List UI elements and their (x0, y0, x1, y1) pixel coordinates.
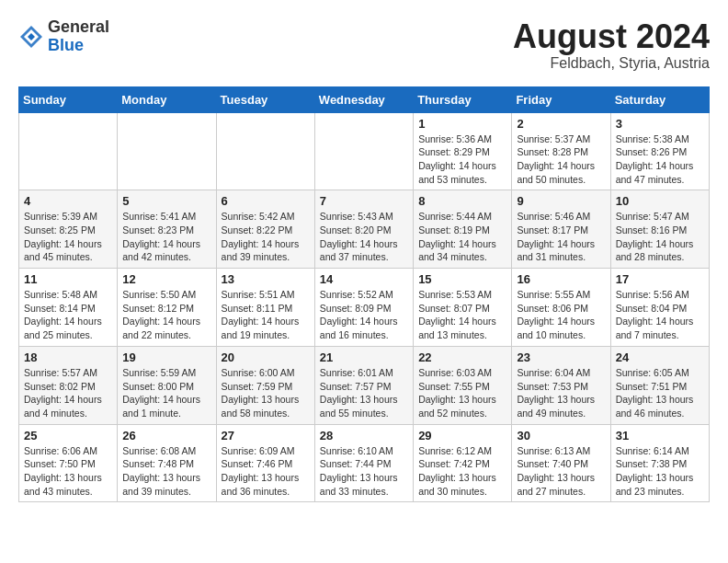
calendar-cell: 11Sunrise: 5:48 AMSunset: 8:14 PMDayligh… (19, 269, 118, 347)
logo-icon (18, 24, 44, 50)
day-number: 16 (517, 272, 605, 286)
calendar-cell: 26Sunrise: 6:08 AMSunset: 7:48 PMDayligh… (118, 424, 216, 502)
title-block: August 2024 Feldbach, Styria, Austria (513, 18, 710, 72)
day-info: Sunrise: 6:00 AMSunset: 7:59 PMDaylight:… (222, 366, 310, 420)
calendar-cell: 14Sunrise: 5:52 AMSunset: 8:09 PMDayligh… (314, 269, 413, 347)
calendar-cell: 6Sunrise: 5:42 AMSunset: 8:22 PMDaylight… (216, 190, 314, 269)
day-info: Sunrise: 5:42 AMSunset: 8:22 PMDaylight:… (222, 210, 310, 264)
calendar-cell: 29Sunrise: 6:12 AMSunset: 7:42 PMDayligh… (414, 424, 512, 502)
day-number: 23 (517, 350, 605, 364)
day-number: 14 (320, 272, 408, 286)
calendar-cell: 12Sunrise: 5:50 AMSunset: 8:12 PMDayligh… (118, 269, 216, 347)
calendar-cell: 4Sunrise: 5:39 AMSunset: 8:25 PMDaylight… (19, 190, 118, 269)
day-number: 24 (616, 350, 704, 364)
calendar-cell: 27Sunrise: 6:09 AMSunset: 7:46 PMDayligh… (216, 424, 314, 502)
day-info: Sunrise: 5:47 AMSunset: 8:16 PMDaylight:… (616, 210, 704, 264)
calendar-cell: 10Sunrise: 5:47 AMSunset: 8:16 PMDayligh… (610, 190, 709, 269)
calendar-cell: 20Sunrise: 6:00 AMSunset: 7:59 PMDayligh… (216, 346, 314, 424)
day-number: 11 (24, 272, 112, 286)
day-info: Sunrise: 5:41 AMSunset: 8:23 PMDaylight:… (122, 210, 210, 264)
calendar-cell (314, 112, 413, 190)
calendar-cell: 13Sunrise: 5:51 AMSunset: 8:11 PMDayligh… (216, 269, 314, 347)
day-info: Sunrise: 6:01 AMSunset: 7:57 PMDaylight:… (320, 366, 408, 420)
calendar-week-3: 11Sunrise: 5:48 AMSunset: 8:14 PMDayligh… (19, 269, 710, 347)
day-number: 17 (616, 272, 704, 286)
calendar-cell (19, 112, 118, 190)
day-number: 1 (418, 117, 506, 131)
calendar-cell (216, 112, 314, 190)
weekday-header-monday: Monday (118, 86, 216, 112)
calendar-week-5: 25Sunrise: 6:06 AMSunset: 7:50 PMDayligh… (19, 424, 710, 502)
day-info: Sunrise: 5:59 AMSunset: 8:00 PMDaylight:… (122, 366, 210, 420)
day-number: 12 (122, 272, 210, 286)
day-number: 7 (320, 194, 408, 208)
calendar-cell (118, 112, 216, 190)
calendar-body: 1Sunrise: 5:36 AMSunset: 8:29 PMDaylight… (19, 112, 710, 502)
day-info: Sunrise: 6:10 AMSunset: 7:44 PMDaylight:… (320, 444, 408, 499)
day-info: Sunrise: 5:53 AMSunset: 8:07 PMDaylight:… (418, 288, 506, 342)
day-info: Sunrise: 6:13 AMSunset: 7:40 PMDaylight:… (517, 444, 605, 499)
logo: General Blue (18, 18, 109, 55)
location-text: Feldbach, Styria, Austria (513, 55, 710, 72)
day-info: Sunrise: 5:48 AMSunset: 8:14 PMDaylight:… (24, 288, 112, 342)
day-number: 30 (517, 429, 605, 442)
calendar-table: SundayMondayTuesdayWednesdayThursdayFrid… (18, 86, 710, 503)
day-info: Sunrise: 6:04 AMSunset: 7:53 PMDaylight:… (517, 366, 605, 420)
day-number: 26 (122, 429, 210, 442)
calendar-cell: 31Sunrise: 6:14 AMSunset: 7:38 PMDayligh… (610, 424, 709, 502)
day-info: Sunrise: 5:55 AMSunset: 8:06 PMDaylight:… (517, 288, 605, 342)
day-number: 20 (222, 350, 310, 364)
calendar-cell: 8Sunrise: 5:44 AMSunset: 8:19 PMDaylight… (414, 190, 512, 269)
day-info: Sunrise: 5:39 AMSunset: 8:25 PMDaylight:… (24, 210, 112, 264)
logo-blue-text: Blue (48, 37, 109, 55)
weekday-header-wednesday: Wednesday (314, 86, 413, 112)
day-info: Sunrise: 5:38 AMSunset: 8:26 PMDaylight:… (616, 132, 704, 187)
day-number: 13 (222, 272, 310, 286)
calendar-week-1: 1Sunrise: 5:36 AMSunset: 8:29 PMDaylight… (19, 112, 710, 190)
day-number: 2 (517, 117, 605, 131)
day-number: 3 (616, 117, 704, 131)
calendar-cell: 23Sunrise: 6:04 AMSunset: 7:53 PMDayligh… (512, 346, 610, 424)
day-info: Sunrise: 5:56 AMSunset: 8:04 PMDaylight:… (616, 288, 704, 342)
calendar-cell: 5Sunrise: 5:41 AMSunset: 8:23 PMDaylight… (118, 190, 216, 269)
day-info: Sunrise: 6:12 AMSunset: 7:42 PMDaylight:… (418, 444, 506, 499)
calendar-header: SundayMondayTuesdayWednesdayThursdayFrid… (19, 86, 710, 112)
day-number: 6 (222, 194, 310, 208)
day-number: 19 (122, 350, 210, 364)
day-number: 15 (418, 272, 506, 286)
calendar-cell: 7Sunrise: 5:43 AMSunset: 8:20 PMDaylight… (314, 190, 413, 269)
day-number: 5 (122, 194, 210, 208)
weekday-header-friday: Friday (512, 86, 610, 112)
day-number: 18 (24, 350, 112, 364)
calendar-cell: 3Sunrise: 5:38 AMSunset: 8:26 PMDaylight… (610, 112, 709, 190)
day-info: Sunrise: 6:05 AMSunset: 7:51 PMDaylight:… (616, 366, 704, 420)
day-info: Sunrise: 5:52 AMSunset: 8:09 PMDaylight:… (320, 288, 408, 342)
calendar-cell: 30Sunrise: 6:13 AMSunset: 7:40 PMDayligh… (512, 424, 610, 502)
day-info: Sunrise: 5:44 AMSunset: 8:19 PMDaylight:… (418, 210, 506, 264)
page-header: General Blue August 2024 Feldbach, Styri… (18, 18, 710, 72)
calendar-cell: 16Sunrise: 5:55 AMSunset: 8:06 PMDayligh… (512, 269, 610, 347)
weekday-header-thursday: Thursday (414, 86, 512, 112)
day-info: Sunrise: 6:03 AMSunset: 7:55 PMDaylight:… (418, 366, 506, 420)
day-number: 29 (418, 429, 506, 442)
day-info: Sunrise: 6:08 AMSunset: 7:48 PMDaylight:… (122, 444, 210, 499)
weekday-header-saturday: Saturday (610, 86, 709, 112)
calendar-cell: 18Sunrise: 5:57 AMSunset: 8:02 PMDayligh… (19, 346, 118, 424)
day-number: 22 (418, 350, 506, 364)
weekday-header-row: SundayMondayTuesdayWednesdayThursdayFrid… (19, 86, 710, 112)
day-number: 31 (616, 429, 704, 442)
day-info: Sunrise: 5:51 AMSunset: 8:11 PMDaylight:… (222, 288, 310, 342)
day-number: 25 (24, 429, 112, 442)
weekday-header-tuesday: Tuesday (216, 86, 314, 112)
day-info: Sunrise: 5:46 AMSunset: 8:17 PMDaylight:… (517, 210, 605, 264)
month-title: August 2024 (513, 18, 710, 55)
calendar-cell: 19Sunrise: 5:59 AMSunset: 8:00 PMDayligh… (118, 346, 216, 424)
calendar-week-4: 18Sunrise: 5:57 AMSunset: 8:02 PMDayligh… (19, 346, 710, 424)
calendar-cell: 24Sunrise: 6:05 AMSunset: 7:51 PMDayligh… (610, 346, 709, 424)
day-info: Sunrise: 5:36 AMSunset: 8:29 PMDaylight:… (418, 132, 506, 187)
day-number: 4 (24, 194, 112, 208)
day-info: Sunrise: 6:14 AMSunset: 7:38 PMDaylight:… (616, 444, 704, 499)
calendar-cell: 2Sunrise: 5:37 AMSunset: 8:28 PMDaylight… (512, 112, 610, 190)
calendar-week-2: 4Sunrise: 5:39 AMSunset: 8:25 PMDaylight… (19, 190, 710, 269)
day-number: 21 (320, 350, 408, 364)
